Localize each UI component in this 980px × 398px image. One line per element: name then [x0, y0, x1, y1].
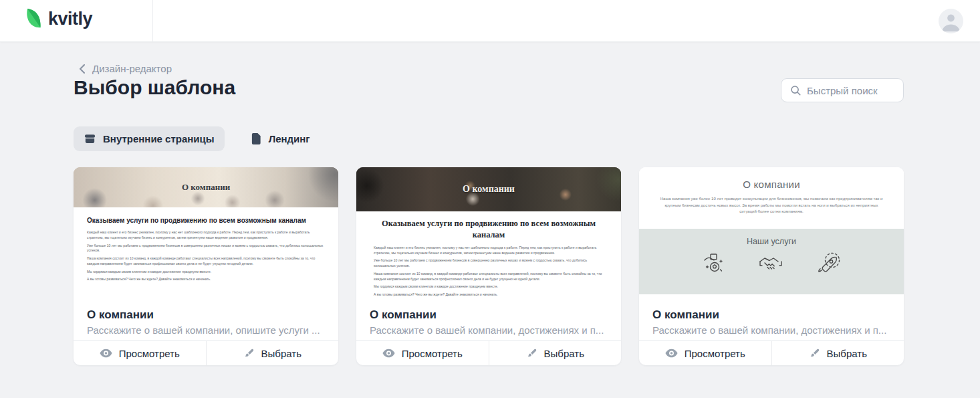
card-description: Расскажите о вашей компании, опишите усл… — [87, 324, 325, 336]
magnifier-icon — [789, 84, 802, 96]
card-info: О компании Расскажите о вашей компании, … — [639, 301, 904, 340]
button-label: Просмотреть — [402, 348, 463, 359]
select-template-button[interactable]: Выбрать — [771, 341, 904, 365]
card-actions: Просмотреть Выбрать — [74, 340, 338, 365]
services-title: Наши услуги — [639, 237, 904, 246]
button-label: Выбрать — [261, 348, 301, 359]
select-template-button[interactable]: Выбрать — [489, 341, 622, 365]
template-thumbnail[interactable]: О компании Оказываем услуги по продвижен… — [74, 167, 338, 301]
template-card-list: О компании Оказываем услуги по продвижен… — [74, 167, 904, 365]
card-description: Расскажите о вашей компании, достижениях… — [370, 324, 608, 336]
card-description: Расскажите о вашей компании, достижениях… — [652, 324, 890, 336]
thumbnail-paragraph: Наша компания состоит из 10 команд, в ка… — [87, 256, 325, 267]
tab-inner-pages[interactable]: Внутренние страницы — [74, 126, 225, 151]
eye-icon — [100, 349, 112, 358]
tab-landing[interactable]: Лендинг — [241, 126, 320, 151]
template-card-about-2: О компании Оказываем услуги по продвижен… — [356, 167, 621, 365]
thumbnail-hero-image: О компании — [356, 167, 621, 211]
button-label: Просмотреть — [119, 348, 180, 359]
thumbnail-paragraph: Наша компания состоит из 10 команд, в ка… — [374, 272, 604, 282]
thumbnail-paragraph: А вы готовы развиваться? Чего же вы ждет… — [374, 292, 604, 298]
leaf-icon — [23, 7, 43, 31]
template-thumbnail[interactable]: О компании Наша компания уже более 10 ле… — [639, 167, 904, 301]
card-title: О компании — [370, 308, 608, 322]
thumbnail-heading: Оказываем услуги по продвижению по всем … — [374, 218, 604, 241]
button-label: Выбрать — [544, 348, 584, 359]
search-input[interactable] — [807, 85, 895, 96]
thumbnail-paragraph: Уже больше 10 лет мы работаем с продвиже… — [374, 258, 604, 269]
quick-search — [781, 78, 904, 102]
header-divider — [152, 0, 153, 42]
card-title: О компании — [652, 308, 890, 322]
thumbnail-body: Оказываем услуги по продвижению по всем … — [356, 211, 621, 298]
thumbnail-paragraph: Наша компания уже более 10 лет проводит … — [658, 196, 886, 215]
page-title: Выбор шаблона — [74, 76, 235, 99]
thumbnail-paragraph: Уже больше 10 лет мы работаем с продвиже… — [87, 243, 325, 254]
card-info: О компании Расскажите о вашей компании, … — [74, 301, 338, 340]
card-title: О компании — [87, 308, 325, 322]
thumbnail-services-section: Наши услуги — [639, 229, 904, 294]
browser-pages-icon — [84, 132, 96, 145]
card-info: О компании Расскажите о вашей компании, … — [356, 301, 621, 340]
brand-name: kvitly — [48, 9, 92, 29]
rocket-icon — [817, 252, 841, 274]
services-icons — [639, 246, 904, 274]
preview-template-button[interactable]: Просмотреть — [639, 341, 771, 365]
template-card-about-1: О компании Оказываем услуги по продвижен… — [74, 167, 338, 365]
tab-label: Лендинг — [269, 133, 310, 144]
breadcrumb-back-link[interactable]: Дизайн-редактор — [79, 63, 172, 74]
eye-icon — [665, 349, 678, 358]
thumbnail-body: О компании Наша компания уже более 10 ле… — [639, 167, 904, 229]
brush-icon — [243, 348, 255, 359]
tab-label: Внутренние страницы — [103, 133, 215, 144]
template-thumbnail[interactable]: О компании Оказываем услуги по продвижен… — [356, 167, 621, 301]
select-template-button[interactable]: Выбрать — [206, 341, 339, 365]
thumbnail-paragraph: Каждый наш клиент и его бизнес уникален,… — [87, 230, 325, 241]
thumbnail-paragraph: Мы гордимся каждым своим клиентом и кажд… — [374, 284, 604, 290]
preview-template-button[interactable]: Просмотреть — [74, 341, 206, 365]
template-card-about-3: О компании Наша компания уже более 10 ле… — [639, 167, 904, 365]
card-actions: Просмотреть Выбрать — [639, 340, 904, 365]
thumbnail-hero-title: О компании — [463, 184, 515, 195]
top-bar: kvitly — [0, 0, 980, 42]
thumbnail-paragraph: А вы готовы развиваться? Чего же вы ждет… — [87, 277, 325, 282]
handshake-icon — [758, 253, 783, 273]
document-icon — [251, 132, 262, 145]
user-avatar[interactable] — [939, 9, 963, 33]
brand-logo[interactable]: kvitly — [23, 7, 92, 31]
thumbnail-body: Оказываем услуги по продвижению по всем … — [74, 207, 338, 282]
eye-icon — [382, 349, 395, 358]
card-actions: Просмотреть Выбрать — [356, 340, 621, 365]
brush-icon — [526, 348, 537, 359]
thumbnail-paragraph: Мы гордимся каждым своим клиентом и кажд… — [87, 270, 325, 275]
button-label: Выбрать — [827, 348, 867, 359]
thumbnail-paragraph: Каждый наш клиент и его бизнес уникален,… — [374, 245, 604, 256]
button-label: Просмотреть — [685, 348, 745, 359]
chevron-left-icon — [79, 64, 86, 74]
thumbnail-heading: Оказываем услуги по продвижению по всем … — [87, 216, 325, 225]
template-type-tabs: Внутренние страницы Лендинг — [74, 126, 320, 151]
brush-icon — [809, 348, 820, 359]
thumbnail-hero-image: О компании — [74, 167, 338, 207]
preview-template-button[interactable]: Просмотреть — [356, 341, 489, 365]
person-icon — [939, 9, 963, 33]
breadcrumb-label: Дизайн-редактор — [92, 63, 172, 74]
money-hand-icon — [702, 252, 725, 274]
thumbnail-hero-title: О компании — [182, 182, 230, 193]
thumbnail-heading: О компании — [639, 179, 904, 190]
